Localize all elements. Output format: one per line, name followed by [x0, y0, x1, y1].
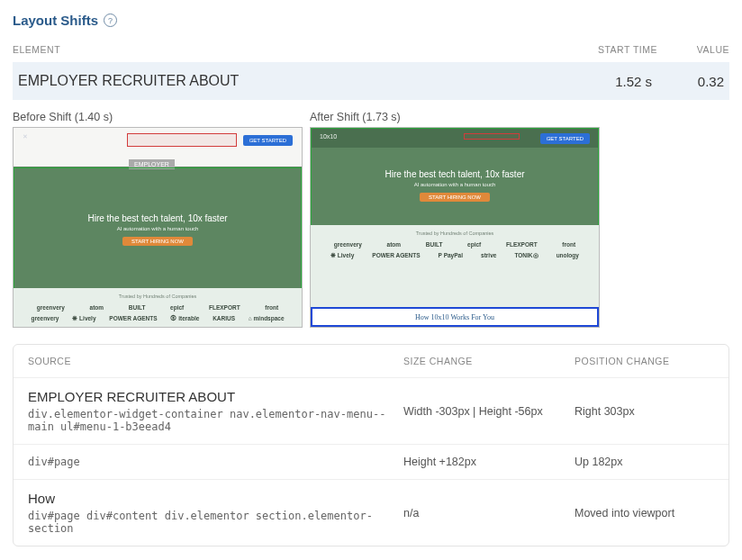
selected-shift-row[interactable]: EMPLOYER RECRUITER ABOUT 1.52 s 0.32	[13, 62, 729, 100]
selected-element: EMPLOYER RECRUITER ABOUT	[18, 73, 562, 89]
col-size-change: SIZE CHANGE	[403, 356, 575, 366]
hero-preview: Hire the best tech talent, 10x faster AI…	[311, 169, 599, 202]
before-label: Before Shift (1.40 s)	[13, 111, 303, 123]
position-change: Moved into viewport	[575, 491, 714, 535]
source-path: div#page div#content div.elementor secti…	[28, 510, 388, 535]
section-title-text: Layout Shifts	[13, 13, 98, 28]
source-path: div#page	[28, 456, 388, 468]
size-change: Height +182px	[403, 456, 575, 468]
source-row[interactable]: How div#page div#content div.elementor s…	[14, 479, 728, 546]
position-change: Up 182px	[575, 456, 714, 468]
logos-strip: Trusted by Hundreds of Companies greenve…	[311, 225, 599, 309]
source-name: EMPLOYER RECRUITER ABOUT	[28, 389, 403, 404]
col-start-time: START TIME	[567, 44, 657, 55]
source-table-header: SOURCE SIZE CHANGE POSITION CHANGE	[14, 345, 728, 377]
col-source: SOURCE	[28, 356, 403, 366]
get-started-pill: GET STARTED	[243, 135, 293, 146]
logos-strip: Trusted by Hundreds of Companies greenve…	[14, 288, 302, 327]
table-header: ELEMENT START TIME VALUE	[13, 37, 729, 62]
size-change: Width -303px | Height -56px	[403, 389, 575, 433]
highlight-before-icon	[127, 133, 237, 147]
col-value: VALUE	[657, 44, 729, 55]
position-change: Right 303px	[575, 389, 714, 433]
after-thumbnail[interactable]: 10x10 GET STARTED Hire the best tech tal…	[310, 127, 600, 328]
source-path: div.elementor-widget-container nav.eleme…	[28, 408, 388, 433]
section-title: Layout Shifts ?	[13, 13, 729, 28]
help-icon[interactable]: ?	[104, 14, 117, 27]
size-change: n/a	[403, 491, 575, 535]
before-thumbnail[interactable]: ✕ GET STARTED EMPLOYER Hire the best tec…	[13, 127, 303, 328]
source-name: How	[28, 491, 403, 506]
selected-value: 0.32	[652, 74, 724, 89]
col-position-change: POSITION CHANGE	[575, 356, 714, 366]
source-table: SOURCE SIZE CHANGE POSITION CHANGE EMPLO…	[13, 344, 729, 546]
col-element: ELEMENT	[13, 44, 567, 55]
source-row[interactable]: div#page Height +182px Up 182px	[14, 444, 728, 479]
hero-preview: Hire the best tech talent, 10x faster AI…	[14, 213, 302, 246]
selected-start: 1.52 s	[562, 74, 652, 89]
source-row[interactable]: EMPLOYER RECRUITER ABOUT div.elementor-w…	[14, 377, 728, 444]
overlay-blue-icon	[311, 307, 599, 327]
after-label: After Shift (1.73 s)	[310, 111, 600, 123]
